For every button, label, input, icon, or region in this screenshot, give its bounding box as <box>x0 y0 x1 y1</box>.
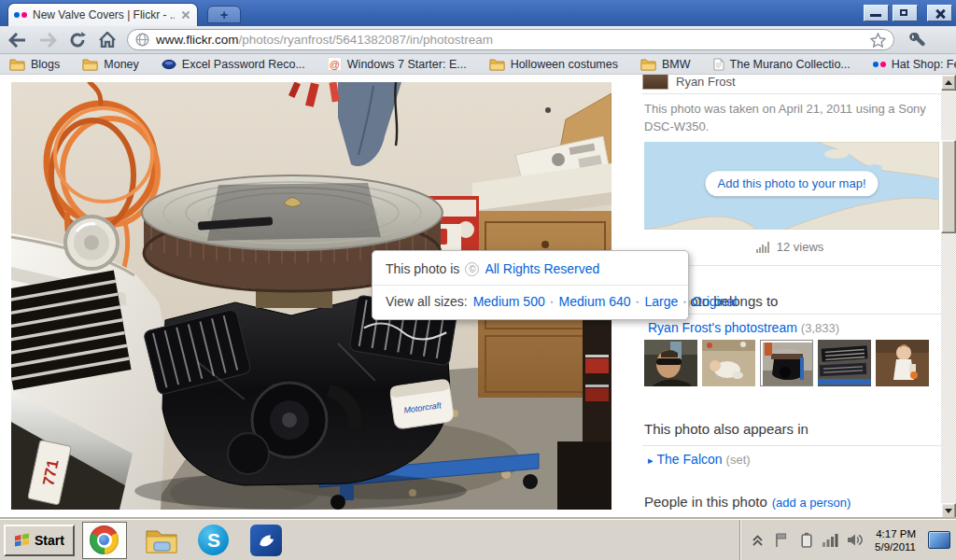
size-large-link[interactable]: Large <box>644 294 678 309</box>
owner-avatar[interactable] <box>642 75 668 90</box>
people-heading: People in this photo <box>644 494 767 510</box>
browser-tab[interactable]: New Valve Covers | Flickr - ... <box>7 3 198 26</box>
show-desktop-icon[interactable] <box>928 531 950 549</box>
photostream-thumbs <box>644 340 929 386</box>
people-heading-row: People in this photo(add a person) <box>644 494 851 510</box>
scroll-down-button[interactable] <box>941 503 956 519</box>
oil-filter: Motorcraft <box>389 379 455 429</box>
bookmark-money[interactable]: Money <box>82 58 139 71</box>
vertical-scrollbar[interactable] <box>941 75 956 519</box>
restore-button[interactable] <box>893 5 918 21</box>
forward-button[interactable] <box>37 30 58 50</box>
chrome-icon <box>90 525 119 554</box>
page-favicon <box>713 58 724 71</box>
bookmark-murano-collection[interactable]: The Murano Collectio... <box>713 58 851 71</box>
home-button[interactable] <box>97 30 118 50</box>
window-titlebar: New Valve Covers | Flickr - ... + <box>0 0 956 26</box>
clock-time: 4:17 PM <box>875 527 916 540</box>
set-note: (set) <box>726 453 751 467</box>
photo-sizes-popup: This photo is © All Rights Reserved View… <box>372 250 689 320</box>
folder-icon <box>640 58 656 71</box>
tab-close-icon[interactable] <box>180 9 191 21</box>
reload-button[interactable] <box>67 30 88 50</box>
minimize-button[interactable] <box>864 5 889 21</box>
set-triangle-icon: ▸ <box>648 455 654 466</box>
photostream-link[interactable]: Ryan Frost's photostream <box>648 320 797 335</box>
folder-icon <box>9 58 25 71</box>
owner-name[interactable]: Ryan Frost <box>676 75 736 90</box>
windows-flag-icon <box>14 533 30 547</box>
folder-icon <box>82 58 98 71</box>
bookmark-bmw[interactable]: BMW <box>640 58 691 71</box>
desktop: New Valve Covers | Flickr - ... + <box>0 0 956 560</box>
window-controls <box>864 5 952 21</box>
bookmark-holloween-costumes[interactable]: Holloween costumes <box>489 58 618 71</box>
owner-row[interactable]: Ryan Frost <box>642 75 736 90</box>
photostream-thumb-valve-covers[interactable] <box>818 340 871 386</box>
bookmark-blogs[interactable]: Blogs <box>9 58 60 71</box>
size-medium-640-link[interactable]: Medium 640 <box>559 294 631 309</box>
orange-at-favicon: @ <box>328 57 342 71</box>
url-text: www.flickr.com/photos/ryanfrost/56413820… <box>156 33 864 47</box>
flickr-favicon <box>873 62 886 67</box>
start-button[interactable]: Start <box>4 525 75 556</box>
browser-toolbar: www.flickr.com/photos/ryanfrost/56413820… <box>0 26 956 54</box>
folder-icon <box>145 526 178 554</box>
set-row: ▸The Falcon(set) <box>648 452 751 467</box>
sizes-label: View all sizes: <box>386 294 468 309</box>
bookmark-windows7-starter[interactable]: @ Windows 7 Starter: E... <box>328 57 467 71</box>
volume-speaker-icon[interactable] <box>847 532 863 548</box>
address-bar[interactable]: www.flickr.com/photos/ryanfrost/56413820… <box>127 29 894 50</box>
scroll-up-button[interactable] <box>941 75 956 91</box>
appears-heading: This photo also appears in <box>644 421 808 437</box>
taskbar-bird-app[interactable] <box>248 524 284 557</box>
action-center-flag-icon[interactable] <box>774 532 790 548</box>
start-label: Start <box>35 533 64 548</box>
taskbar-skype[interactable]: S <box>196 524 232 557</box>
skype-icon: S <box>198 525 229 555</box>
photostream-row: Ryan Frost's photostream(3,833) <box>648 320 839 335</box>
folder-icon <box>489 58 505 71</box>
new-tab-button[interactable]: + <box>207 6 241 23</box>
blue-bird-app-icon <box>250 525 282 556</box>
globe-icon <box>135 33 149 47</box>
separator-square: ▪ <box>551 298 554 306</box>
map-widget[interactable]: Add this photo to your map! <box>644 142 939 230</box>
add-person-link[interactable]: (add a person) <box>772 496 851 510</box>
flickr-favicon <box>14 12 27 18</box>
tray-clock[interactable]: 4:17 PM 5/9/2011 <box>871 527 920 553</box>
clock-date: 5/9/2011 <box>875 540 916 553</box>
photostream-thumb-engine-current[interactable] <box>760 340 813 386</box>
license-prefix: This photo is <box>386 261 459 276</box>
back-button[interactable] <box>7 30 28 50</box>
size-original-link[interactable]: Original <box>692 294 737 309</box>
taken-info: This photo was taken on April 21, 2011 u… <box>644 100 934 135</box>
wrench-menu-icon[interactable] <box>904 30 928 50</box>
blue-oval-favicon <box>162 59 176 70</box>
battery-icon[interactable] <box>798 532 814 548</box>
scrollbar-thumb[interactable] <box>941 140 956 233</box>
license-link[interactable]: All Rights Reserved <box>485 261 599 276</box>
show-hidden-icons-chevron[interactable] <box>750 532 766 548</box>
add-to-map-button[interactable]: Add this photo to your map! <box>706 171 879 196</box>
photostream-thumb-selfie[interactable] <box>644 340 697 386</box>
separator-square: ▪ <box>683 298 686 306</box>
tab-title: New Valve Covers | Flickr - ... <box>33 8 175 21</box>
taskbar: Start S <box>0 519 956 560</box>
close-button[interactable] <box>927 5 952 21</box>
photostream-thumb-baby-crawling[interactable] <box>702 340 755 386</box>
network-signal-icon[interactable] <box>822 532 838 548</box>
set-link[interactable]: The Falcon <box>657 452 723 467</box>
taskbar-explorer[interactable] <box>144 524 179 557</box>
bookmark-excel-password[interactable]: Excel Password Reco... <box>162 58 305 71</box>
bookmarks-bar: Blogs Money Excel Password Reco... @ Win… <box>0 54 956 75</box>
views-count: 12 views <box>777 240 824 254</box>
copyright-icon: © <box>465 262 479 276</box>
photostream-thumb-baby-standing[interactable] <box>876 340 929 386</box>
bookmark-star-icon[interactable] <box>870 33 886 48</box>
size-medium-500-link[interactable]: Medium 500 <box>473 294 545 309</box>
taskbar-chrome-active[interactable] <box>82 522 127 559</box>
views-chart-icon <box>756 241 770 253</box>
bookmark-hat-shop[interactable]: Hat Shop: Fedoras, B... <box>873 58 956 71</box>
page-content: Price High Cl <box>0 75 956 519</box>
